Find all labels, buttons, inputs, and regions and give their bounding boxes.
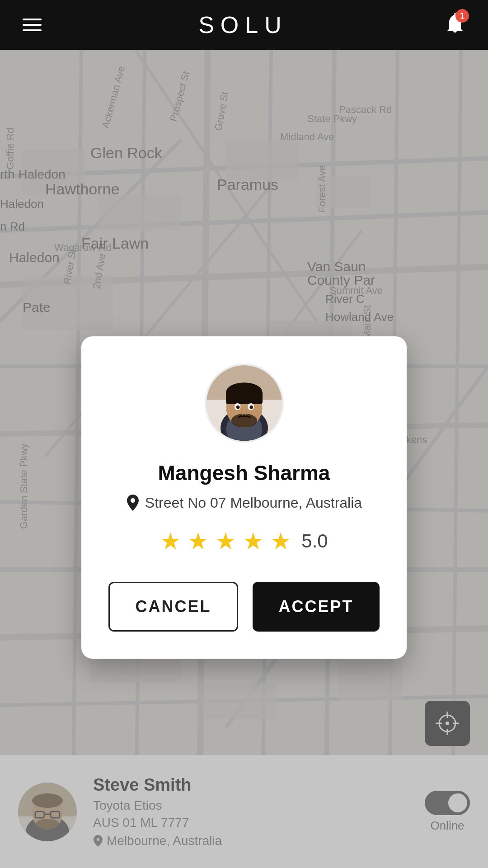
header: SOLU 1 [0,0,488,50]
user-dialog: Mangesh Sharma Street No 07 Melbourne, A… [81,336,407,659]
svg-point-90 [249,406,253,409]
user-location: Street No 07 Melbourne, Australia [126,494,362,511]
app-title: SOLU [198,11,288,38]
star-3: ★ [215,528,236,555]
star-4: ★ [243,528,264,555]
menu-button[interactable] [23,19,42,31]
map-background: Ackerman Ave Prospect St Grove St Midlan… [0,50,488,868]
cancel-button[interactable]: CANCEL [108,582,238,632]
notification-bell[interactable]: 1 [445,13,465,37]
star-1: ★ [160,528,181,555]
user-avatar [205,363,284,443]
star-2: ★ [188,528,209,555]
star-5: ★ [270,528,291,555]
svg-rect-85 [225,391,262,404]
dialog-actions: CANCEL ACCEPT [108,582,380,632]
user-rating: ★ ★ ★ ★ ★ 5.0 [160,528,328,555]
notification-badge: 1 [455,9,469,23]
svg-point-89 [236,406,239,409]
accept-button[interactable]: ACCEPT [253,582,380,632]
user-name: Mangesh Sharma [158,461,330,485]
rating-value: 5.0 [301,530,328,552]
location-text: Street No 07 Melbourne, Australia [145,495,362,511]
